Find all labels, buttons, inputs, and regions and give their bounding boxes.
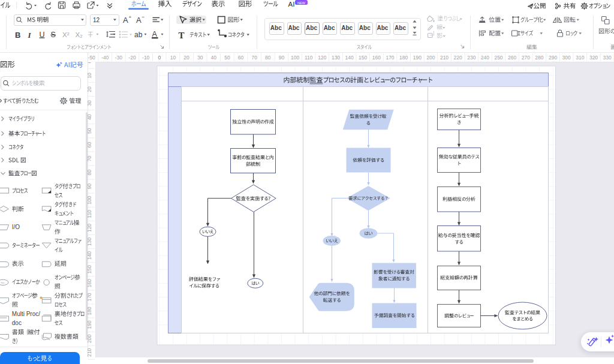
- svg-text:250: 250: [494, 55, 502, 61]
- svg-text:220: 220: [454, 55, 462, 61]
- svg-text:70: 70: [251, 55, 257, 61]
- svg-text:160: 160: [372, 55, 381, 61]
- svg-text:X₂: X₂: [76, 31, 83, 38]
- svg-text:150: 150: [86, 265, 92, 273]
- svg-text:190: 190: [413, 55, 422, 61]
- svg-text:A: A: [123, 16, 128, 25]
- svg-text:Abc: Abc: [341, 25, 353, 31]
- svg-text:10: 10: [170, 55, 176, 61]
- svg-text:S: S: [51, 31, 56, 39]
- svg-text:0: 0: [158, 55, 161, 61]
- svg-text:A: A: [136, 16, 142, 25]
- svg-text:50: 50: [86, 128, 92, 134]
- svg-text:+: +: [129, 14, 132, 20]
- svg-text:140: 140: [345, 55, 354, 61]
- svg-text:300: 300: [562, 55, 571, 61]
- svg-text:210: 210: [86, 348, 92, 357]
- svg-text:180: 180: [86, 306, 92, 315]
- svg-text:110: 110: [86, 210, 92, 218]
- svg-text:T: T: [179, 31, 185, 40]
- svg-text:140: 140: [86, 251, 92, 260]
- svg-text:180: 180: [399, 55, 408, 61]
- svg-text:200: 200: [426, 55, 435, 61]
- svg-text:12: 12: [93, 17, 100, 23]
- svg-text:B: B: [15, 31, 20, 40]
- svg-text:I: I: [28, 31, 32, 40]
- svg-text:240: 240: [481, 55, 489, 61]
- svg-text:100: 100: [86, 195, 92, 204]
- svg-text:210: 210: [440, 55, 449, 61]
- svg-text:160: 160: [86, 279, 92, 287]
- svg-text:230: 230: [467, 55, 475, 61]
- svg-text:50: 50: [224, 55, 230, 61]
- svg-text:-30: -30: [115, 55, 123, 61]
- svg-text:70: 70: [86, 156, 92, 162]
- svg-text:30: 30: [86, 100, 92, 106]
- svg-text:10: 10: [86, 73, 92, 79]
- svg-text:X²: X²: [62, 31, 70, 38]
- svg-text:NEW: NEW: [297, 1, 306, 5]
- svg-text:130: 130: [332, 55, 340, 61]
- svg-text:260: 260: [508, 55, 516, 61]
- svg-text:Abc: Abc: [288, 25, 299, 31]
- svg-text:320: 320: [589, 55, 598, 61]
- svg-text:190: 190: [86, 320, 92, 329]
- svg-text:doc: doc: [12, 320, 22, 326]
- svg-text:110: 110: [305, 55, 313, 61]
- svg-text:280: 280: [535, 55, 543, 61]
- svg-text:−: −: [142, 14, 145, 20]
- svg-text:100: 100: [291, 55, 299, 61]
- svg-text:Abc: Abc: [324, 25, 335, 31]
- svg-text:90: 90: [86, 183, 92, 189]
- svg-text:60: 60: [86, 142, 92, 148]
- svg-text:A: A: [152, 30, 158, 38]
- svg-text:80: 80: [86, 170, 92, 176]
- svg-text:90: 90: [279, 55, 285, 61]
- svg-text:-50: -50: [88, 55, 96, 61]
- svg-text:-10: -10: [142, 55, 150, 61]
- svg-text:T: T: [88, 31, 93, 39]
- svg-text:290: 290: [549, 55, 557, 61]
- svg-text:80: 80: [265, 55, 271, 61]
- svg-text:AI: AI: [288, 1, 295, 8]
- svg-text:120: 120: [318, 55, 326, 61]
- svg-text:20: 20: [86, 86, 92, 92]
- svg-text:Abc: Abc: [359, 25, 371, 31]
- svg-text:Yes: Yes: [1, 281, 5, 284]
- svg-text:170: 170: [86, 293, 92, 301]
- svg-text:60: 60: [238, 55, 244, 61]
- svg-text:Abc: Abc: [395, 25, 406, 31]
- svg-text:Abc: Abc: [306, 25, 317, 31]
- svg-text:-20: -20: [128, 55, 136, 61]
- svg-text:170: 170: [386, 55, 394, 61]
- svg-text:Multi Proc/: Multi Proc/: [12, 311, 40, 317]
- svg-text:30: 30: [197, 55, 203, 61]
- svg-text:20: 20: [183, 55, 189, 61]
- svg-text:270: 270: [522, 55, 530, 61]
- svg-text:Abc: Abc: [377, 25, 388, 31]
- svg-text:330: 330: [603, 55, 612, 61]
- svg-text:130: 130: [86, 237, 92, 246]
- svg-text:150: 150: [359, 55, 367, 61]
- svg-text:-40: -40: [101, 55, 109, 61]
- svg-text:200: 200: [86, 334, 92, 342]
- svg-text:I/O: I/O: [12, 224, 20, 230]
- svg-text:ab: ab: [134, 31, 143, 39]
- svg-text:40: 40: [211, 55, 217, 61]
- svg-text:120: 120: [86, 224, 92, 232]
- svg-text:40: 40: [86, 114, 92, 120]
- svg-text:U: U: [40, 31, 45, 39]
- svg-text:310: 310: [576, 55, 584, 61]
- svg-text:Abc: Abc: [270, 25, 282, 31]
